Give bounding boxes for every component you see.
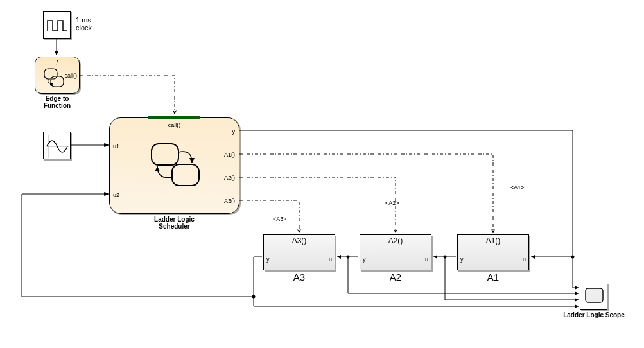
tag-a1: <A1> <box>510 184 525 191</box>
svg-point-10 <box>347 256 350 259</box>
svg-rect-4 <box>152 144 178 165</box>
edge-out-port: call() <box>65 73 78 79</box>
scheduler-y-port: y <box>232 128 236 135</box>
edge-glyph: ƒ <box>55 58 58 65</box>
trigger-bar <box>148 116 200 119</box>
scheduler-a1-port: A1() <box>224 152 235 158</box>
fcn-block-a1[interactable]: A1() y u <box>457 234 529 270</box>
ladder-logic-scheduler-block[interactable]: call() u1 u2 y A1() A2() A3() <box>109 117 239 214</box>
edge-to-function-block[interactable]: ƒ call() <box>35 57 80 94</box>
svg-rect-6 <box>586 288 603 302</box>
svg-point-8 <box>252 295 256 299</box>
pulse-generator-label: 1 ms clock <box>76 16 92 31</box>
fcn-a3-title: A3() <box>264 235 335 245</box>
fcn-a1-title: A1() <box>458 235 528 245</box>
sine-wave-block[interactable] <box>43 132 71 159</box>
fcn-a1-out-port: y <box>460 256 464 263</box>
svg-point-9 <box>444 256 447 259</box>
scheduler-u1-port: u1 <box>113 143 119 150</box>
fcn-a1-header: A1() <box>458 235 528 248</box>
svg-point-7 <box>571 256 575 259</box>
tag-a3: <A3> <box>273 216 287 222</box>
fcn-a2-in-port: u <box>425 256 428 263</box>
fcn-a2-name: A2 <box>360 272 431 283</box>
fcn-a2-out-port: y <box>363 256 366 263</box>
fcn-a2-title: A2() <box>360 235 431 245</box>
fcn-a1-name: A1 <box>457 272 529 283</box>
scheduler-a2-port: A2() <box>224 175 235 181</box>
scope-label: Ladder Logic Scope <box>546 311 642 318</box>
scheduler-call-port: call() <box>110 122 239 128</box>
fcn-a3-name: A3 <box>263 272 335 283</box>
fcn-a1-in-port: u <box>523 256 526 263</box>
svg-rect-1 <box>51 76 64 87</box>
scheduler-label: Ladder Logic Scheduler <box>109 216 239 230</box>
fcn-block-a2[interactable]: A2() y u <box>360 234 431 270</box>
scheduler-a3-port: A3() <box>224 198 235 204</box>
fcn-a3-header: A3() <box>264 235 335 248</box>
scheduler-u2-port: u2 <box>113 192 119 198</box>
svg-rect-0 <box>44 69 57 79</box>
scope-block[interactable] <box>580 283 607 310</box>
tag-a2: <A2> <box>385 200 399 206</box>
pulse-generator-block[interactable] <box>43 11 71 39</box>
fcn-a3-in-port: u <box>329 256 332 263</box>
fcn-a3-out-port: y <box>266 256 270 263</box>
edge-to-function-label: Edge to Function <box>35 95 80 109</box>
fcn-block-a3[interactable]: A3() y u <box>263 234 335 270</box>
svg-rect-5 <box>172 164 199 186</box>
fcn-a2-header: A2() <box>360 235 431 248</box>
